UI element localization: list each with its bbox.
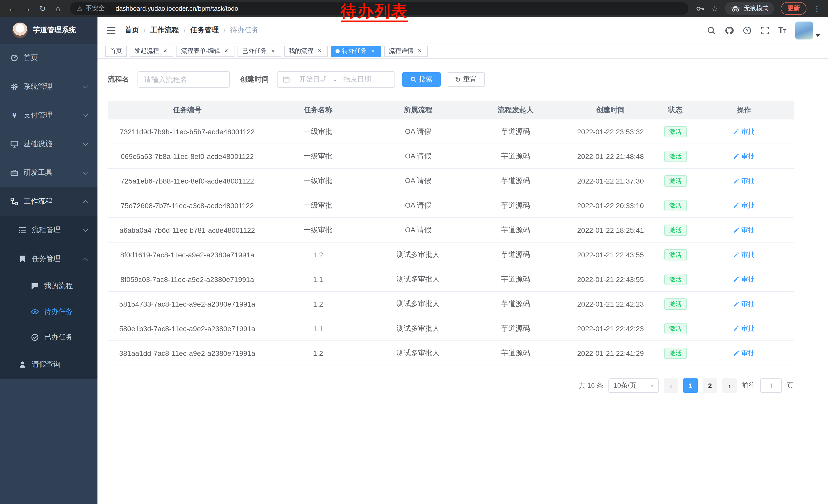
sidebar-item-label: 流程管理 bbox=[32, 226, 60, 235]
approve-link[interactable]: 审批 bbox=[733, 250, 755, 259]
close-icon[interactable]: × bbox=[269, 47, 277, 55]
approve-link-label: 审批 bbox=[741, 225, 755, 235]
page-1-button[interactable]: 1 bbox=[683, 378, 698, 393]
breadcrumb-home[interactable]: 首页 bbox=[125, 26, 139, 35]
app-logo[interactable]: 芋道管理系统 bbox=[0, 17, 97, 44]
status-badge: 激活 bbox=[664, 150, 687, 162]
sidebar-item-leave-query[interactable]: 请假查询 bbox=[0, 350, 97, 379]
approve-link[interactable]: 审批 bbox=[733, 176, 755, 185]
search-icon[interactable] bbox=[706, 26, 716, 35]
sidebar-item-workflow[interactable]: 工作流程 bbox=[0, 187, 97, 216]
text-size-icon[interactable]: TT bbox=[778, 26, 786, 34]
approve-link[interactable]: 审批 bbox=[733, 275, 755, 284]
browser-forward-button[interactable]: → bbox=[20, 2, 34, 15]
goto-page-input[interactable] bbox=[760, 378, 782, 393]
sidebar-item-done-tasks[interactable]: 已办任务 bbox=[0, 325, 97, 350]
sidebar-item-label: 系统管理 bbox=[24, 82, 52, 91]
key-icon[interactable] bbox=[695, 4, 705, 13]
table-row: 58154733-7ac8-11ec-a9e2-a2380e71991a 1.2… bbox=[108, 292, 794, 316]
cell-created: 2022-01-22 20:33:10 bbox=[564, 201, 657, 210]
breadcrumb-task-management[interactable]: 任务管理 bbox=[190, 26, 219, 35]
breadcrumb-workflow[interactable]: 工作流程 bbox=[150, 26, 179, 35]
close-icon[interactable]: × bbox=[369, 47, 377, 55]
edit-pencil-icon bbox=[733, 202, 739, 209]
sidebar-item-task-management[interactable]: 任务管理 bbox=[0, 244, 97, 273]
tab-home[interactable]: 首页 bbox=[105, 45, 127, 57]
approve-link[interactable]: 审批 bbox=[733, 349, 755, 358]
close-icon[interactable]: × bbox=[416, 47, 423, 55]
tab-todo-tasks[interactable]: 待办任务× bbox=[331, 45, 381, 57]
tab-label: 流程详情 bbox=[389, 47, 413, 55]
approve-link[interactable]: 审批 bbox=[733, 151, 755, 161]
toolbox-icon bbox=[10, 169, 18, 177]
close-icon[interactable]: × bbox=[162, 47, 169, 55]
cell-initiator: 芋道源码 bbox=[467, 127, 564, 136]
close-icon[interactable]: × bbox=[223, 47, 230, 55]
sidebar-item-todo-tasks[interactable]: 待办任务 bbox=[0, 299, 97, 325]
sidebar-item-system[interactable]: 系统管理 bbox=[0, 72, 97, 101]
table-row: 8f0d1619-7ac8-11ec-a9e2-a2380e71991a 1.2… bbox=[108, 242, 794, 267]
status-badge: 激活 bbox=[664, 200, 687, 211]
cell-created: 2022-01-22 18:25:41 bbox=[564, 226, 657, 234]
search-button[interactable]: 搜索 bbox=[402, 72, 441, 87]
user-menu[interactable] bbox=[795, 21, 820, 39]
status-badge: 激活 bbox=[664, 175, 687, 186]
approve-link[interactable]: 审批 bbox=[733, 225, 755, 235]
prev-page-button[interactable]: ‹ bbox=[664, 378, 678, 393]
github-icon[interactable] bbox=[724, 26, 734, 35]
page-2-button[interactable]: 2 bbox=[703, 378, 717, 393]
approve-link-label: 审批 bbox=[741, 250, 755, 259]
sidebar-item-label: 已办任务 bbox=[44, 333, 73, 342]
tab-process-form-edit[interactable]: 流程表单-编辑× bbox=[176, 45, 235, 57]
bookmark-star-icon[interactable]: ☆ bbox=[711, 4, 718, 13]
calendar-icon bbox=[283, 76, 290, 83]
cell-task-id: 8f059c03-7ac8-11ec-a9e2-a2380e71991a bbox=[108, 275, 267, 283]
cell-process: 测试多审批人 bbox=[369, 349, 467, 358]
screenshot-stage: ← → ↻ ⌂ ⚠ 不安全 dashboard.yudao.iocoder.cn… bbox=[0, 0, 828, 504]
sidebar-item-process-management[interactable]: 流程管理 bbox=[0, 216, 97, 244]
approve-link[interactable]: 审批 bbox=[733, 324, 755, 333]
cell-initiator: 芋道源码 bbox=[467, 201, 564, 210]
date-range-picker[interactable]: 开始日期 - 结束日期 bbox=[277, 71, 395, 88]
sidebar-item-home[interactable]: 首页 bbox=[0, 44, 97, 72]
sidebar-item-infrastructure[interactable]: 基础设施 bbox=[0, 130, 97, 158]
tab-process-detail[interactable]: 流程详情× bbox=[384, 45, 428, 57]
browser-menu-icon[interactable]: ⋮ bbox=[813, 4, 821, 13]
sidebar-item-label: 我的流程 bbox=[44, 281, 73, 291]
chat-bubble-icon bbox=[31, 282, 39, 290]
update-button[interactable]: 更新 bbox=[781, 2, 806, 15]
approve-link[interactable]: 审批 bbox=[733, 299, 755, 308]
active-dot bbox=[335, 49, 340, 53]
monitor-icon bbox=[10, 140, 18, 148]
next-icon: › bbox=[729, 382, 731, 390]
sidebar-item-my-processes[interactable]: 我的流程 bbox=[0, 273, 97, 299]
start-date-placeholder: 开始日期 bbox=[294, 75, 332, 84]
approve-link[interactable]: 审批 bbox=[733, 201, 755, 210]
next-page-button[interactable]: › bbox=[722, 378, 737, 393]
page-url: dashboard.yudao.iocoder.cn/bpm/task/todo bbox=[116, 5, 238, 12]
reset-button[interactable]: ↻ 重置 bbox=[447, 72, 485, 87]
table-row: 381aa1dd-7ac8-11ec-a9e2-a2380e71991a 1.2… bbox=[108, 341, 794, 366]
browser-back-button[interactable]: ← bbox=[5, 2, 18, 15]
browser-home-button[interactable]: ⌂ bbox=[51, 2, 65, 15]
page-size-select[interactable]: 10条/页 ▾ bbox=[609, 378, 659, 393]
approve-link[interactable]: 审批 bbox=[733, 127, 755, 136]
sidebar-item-label: 首页 bbox=[24, 53, 38, 62]
help-icon[interactable]: ? bbox=[742, 26, 752, 35]
fullscreen-icon[interactable] bbox=[760, 26, 770, 35]
tab-my-processes[interactable]: 我的流程× bbox=[284, 45, 328, 57]
process-name-input[interactable] bbox=[137, 71, 230, 88]
close-icon[interactable]: × bbox=[316, 47, 323, 55]
tab-done-tasks[interactable]: 已办任务× bbox=[238, 45, 281, 57]
cell-task-id: 8f0d1619-7ac8-11ec-a9e2-a2380e71991a bbox=[108, 250, 267, 259]
pagination: 共 16 条 10条/页 ▾ ‹ 1 2 › 前往 页 bbox=[108, 378, 794, 408]
sidebar-item-payment[interactable]: ¥ 支付管理 bbox=[0, 101, 97, 130]
sidebar-collapse-icon[interactable] bbox=[106, 25, 117, 36]
browser-refresh-button[interactable]: ↻ bbox=[36, 2, 49, 15]
page-size-value: 10条/页 bbox=[614, 381, 636, 390]
approve-link-label: 审批 bbox=[741, 275, 755, 284]
edit-pencil-icon bbox=[733, 350, 739, 356]
approve-link-label: 审批 bbox=[741, 151, 755, 161]
tab-start-process[interactable]: 发起流程× bbox=[130, 45, 173, 57]
sidebar-item-devtools[interactable]: 研发工具 bbox=[0, 158, 97, 187]
